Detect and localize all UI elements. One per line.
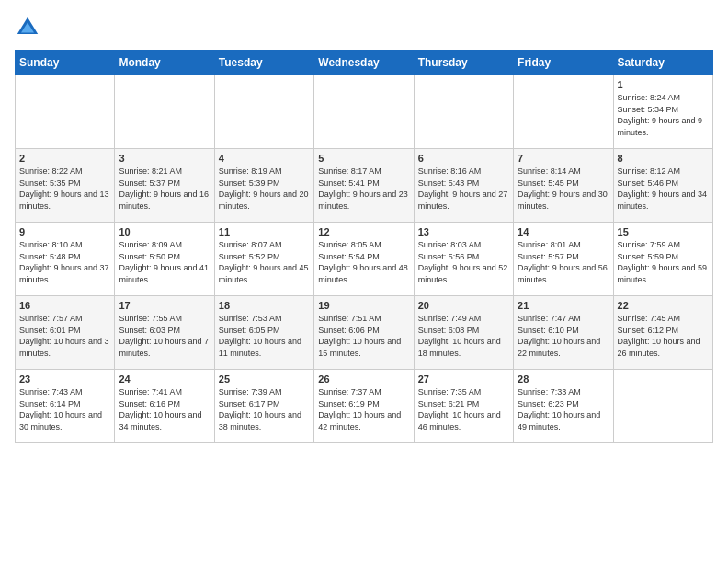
day-number: 16 xyxy=(19,300,110,311)
header-cell-thursday: Thursday xyxy=(414,51,513,75)
header-cell-sunday: Sunday xyxy=(16,51,115,75)
calendar-cell: 3Sunrise: 8:21 AM Sunset: 5:37 PM Daylig… xyxy=(115,149,214,223)
day-info: Sunrise: 7:35 AM Sunset: 6:21 PM Dayligh… xyxy=(418,386,509,432)
day-info: Sunrise: 8:24 AM Sunset: 5:34 PM Dayligh… xyxy=(618,92,709,138)
calendar-cell: 12Sunrise: 8:05 AM Sunset: 5:54 PM Dayli… xyxy=(314,223,414,296)
calendar-cell: 27Sunrise: 7:35 AM Sunset: 6:21 PM Dayli… xyxy=(414,370,513,443)
calendar-cell: 8Sunrise: 8:12 AM Sunset: 5:46 PM Daylig… xyxy=(613,149,712,223)
calendar-cell: 18Sunrise: 7:53 AM Sunset: 6:05 PM Dayli… xyxy=(214,296,313,370)
day-info: Sunrise: 7:59 AM Sunset: 5:59 PM Dayligh… xyxy=(618,239,709,285)
day-number: 22 xyxy=(618,300,709,311)
header-row: SundayMondayTuesdayWednesdayThursdayFrid… xyxy=(16,51,713,75)
calendar-cell: 9Sunrise: 8:10 AM Sunset: 5:48 PM Daylig… xyxy=(16,223,115,296)
header-cell-tuesday: Tuesday xyxy=(214,51,313,75)
calendar-cell: 17Sunrise: 7:55 AM Sunset: 6:03 PM Dayli… xyxy=(115,296,214,370)
calendar-cell: 1Sunrise: 8:24 AM Sunset: 5:34 PM Daylig… xyxy=(613,75,712,149)
calendar-cell xyxy=(16,75,115,149)
day-number: 23 xyxy=(19,373,110,385)
calendar-cell: 10Sunrise: 8:09 AM Sunset: 5:50 PM Dayli… xyxy=(115,223,214,296)
calendar-week-3: 9Sunrise: 8:10 AM Sunset: 5:48 PM Daylig… xyxy=(16,223,713,296)
day-info: Sunrise: 7:33 AM Sunset: 6:23 PM Dayligh… xyxy=(518,386,609,432)
header-cell-friday: Friday xyxy=(514,51,613,75)
day-number: 3 xyxy=(119,153,210,164)
page-header xyxy=(15,15,713,40)
day-info: Sunrise: 7:37 AM Sunset: 6:19 PM Dayligh… xyxy=(318,386,409,432)
day-info: Sunrise: 8:10 AM Sunset: 5:48 PM Dayligh… xyxy=(19,239,110,285)
calendar-cell: 16Sunrise: 7:57 AM Sunset: 6:01 PM Dayli… xyxy=(16,296,115,370)
day-number: 27 xyxy=(418,373,509,385)
calendar-cell: 7Sunrise: 8:14 AM Sunset: 5:45 PM Daylig… xyxy=(514,149,613,223)
day-number: 13 xyxy=(418,226,509,237)
logo-icon xyxy=(15,15,40,40)
day-info: Sunrise: 7:51 AM Sunset: 6:06 PM Dayligh… xyxy=(318,313,409,359)
header-cell-wednesday: Wednesday xyxy=(314,51,414,75)
calendar-cell: 14Sunrise: 8:01 AM Sunset: 5:57 PM Dayli… xyxy=(514,223,613,296)
day-info: Sunrise: 7:41 AM Sunset: 6:16 PM Dayligh… xyxy=(119,386,210,432)
day-info: Sunrise: 7:43 AM Sunset: 6:14 PM Dayligh… xyxy=(19,386,110,432)
day-info: Sunrise: 8:22 AM Sunset: 5:35 PM Dayligh… xyxy=(19,166,110,212)
day-number: 4 xyxy=(219,153,310,164)
day-number: 18 xyxy=(219,300,310,311)
calendar-cell: 21Sunrise: 7:47 AM Sunset: 6:10 PM Dayli… xyxy=(514,296,613,370)
header-cell-saturday: Saturday xyxy=(613,51,712,75)
calendar-body: 1Sunrise: 8:24 AM Sunset: 5:34 PM Daylig… xyxy=(16,75,713,443)
day-number: 10 xyxy=(119,226,210,237)
day-number: 19 xyxy=(318,300,409,311)
logo xyxy=(15,15,44,40)
calendar-cell: 23Sunrise: 7:43 AM Sunset: 6:14 PM Dayli… xyxy=(16,370,115,443)
calendar-table: SundayMondayTuesdayWednesdayThursdayFrid… xyxy=(15,50,713,443)
day-number: 11 xyxy=(219,226,310,237)
day-info: Sunrise: 7:45 AM Sunset: 6:12 PM Dayligh… xyxy=(618,313,709,359)
calendar-cell: 6Sunrise: 8:16 AM Sunset: 5:43 PM Daylig… xyxy=(414,149,513,223)
day-number: 15 xyxy=(618,226,709,237)
day-number: 26 xyxy=(318,373,409,385)
calendar-cell: 2Sunrise: 8:22 AM Sunset: 5:35 PM Daylig… xyxy=(16,149,115,223)
day-info: Sunrise: 7:55 AM Sunset: 6:03 PM Dayligh… xyxy=(119,313,210,359)
day-number: 2 xyxy=(19,153,110,164)
day-info: Sunrise: 7:57 AM Sunset: 6:01 PM Dayligh… xyxy=(19,313,110,359)
calendar-header: SundayMondayTuesdayWednesdayThursdayFrid… xyxy=(16,51,713,75)
calendar-cell: 13Sunrise: 8:03 AM Sunset: 5:56 PM Dayli… xyxy=(414,223,513,296)
calendar-cell xyxy=(214,75,313,149)
day-number: 25 xyxy=(219,373,310,385)
day-info: Sunrise: 7:49 AM Sunset: 6:08 PM Dayligh… xyxy=(418,313,509,359)
calendar-cell xyxy=(514,75,613,149)
day-number: 1 xyxy=(618,79,709,90)
calendar-cell: 28Sunrise: 7:33 AM Sunset: 6:23 PM Dayli… xyxy=(514,370,613,443)
day-number: 20 xyxy=(418,300,509,311)
calendar-cell: 5Sunrise: 8:17 AM Sunset: 5:41 PM Daylig… xyxy=(314,149,414,223)
day-info: Sunrise: 8:07 AM Sunset: 5:52 PM Dayligh… xyxy=(219,239,310,285)
day-info: Sunrise: 8:17 AM Sunset: 5:41 PM Dayligh… xyxy=(318,166,409,212)
day-info: Sunrise: 8:01 AM Sunset: 5:57 PM Dayligh… xyxy=(518,239,609,285)
day-info: Sunrise: 8:19 AM Sunset: 5:39 PM Dayligh… xyxy=(219,166,310,212)
day-number: 14 xyxy=(518,226,609,237)
day-number: 9 xyxy=(19,226,110,237)
day-info: Sunrise: 8:05 AM Sunset: 5:54 PM Dayligh… xyxy=(318,239,409,285)
day-info: Sunrise: 7:47 AM Sunset: 6:10 PM Dayligh… xyxy=(518,313,609,359)
day-number: 28 xyxy=(518,373,609,385)
day-info: Sunrise: 8:16 AM Sunset: 5:43 PM Dayligh… xyxy=(418,166,509,212)
day-number: 17 xyxy=(119,300,210,311)
day-info: Sunrise: 8:12 AM Sunset: 5:46 PM Dayligh… xyxy=(618,166,709,212)
calendar-week-1: 1Sunrise: 8:24 AM Sunset: 5:34 PM Daylig… xyxy=(16,75,713,149)
header-cell-monday: Monday xyxy=(115,51,214,75)
day-info: Sunrise: 8:09 AM Sunset: 5:50 PM Dayligh… xyxy=(119,239,210,285)
day-number: 5 xyxy=(318,153,409,164)
calendar-cell: 22Sunrise: 7:45 AM Sunset: 6:12 PM Dayli… xyxy=(613,296,712,370)
calendar-cell xyxy=(314,75,414,149)
day-number: 7 xyxy=(518,153,609,164)
day-info: Sunrise: 7:53 AM Sunset: 6:05 PM Dayligh… xyxy=(219,313,310,359)
day-number: 8 xyxy=(618,153,709,164)
day-info: Sunrise: 8:03 AM Sunset: 5:56 PM Dayligh… xyxy=(418,239,509,285)
calendar-cell xyxy=(613,370,712,443)
day-number: 12 xyxy=(318,226,409,237)
calendar-cell: 4Sunrise: 8:19 AM Sunset: 5:39 PM Daylig… xyxy=(214,149,313,223)
calendar-cell: 24Sunrise: 7:41 AM Sunset: 6:16 PM Dayli… xyxy=(115,370,214,443)
calendar-cell: 15Sunrise: 7:59 AM Sunset: 5:59 PM Dayli… xyxy=(613,223,712,296)
day-info: Sunrise: 8:21 AM Sunset: 5:37 PM Dayligh… xyxy=(119,166,210,212)
day-number: 24 xyxy=(119,373,210,385)
calendar-cell: 25Sunrise: 7:39 AM Sunset: 6:17 PM Dayli… xyxy=(214,370,313,443)
calendar-cell: 20Sunrise: 7:49 AM Sunset: 6:08 PM Dayli… xyxy=(414,296,513,370)
calendar-cell: 26Sunrise: 7:37 AM Sunset: 6:19 PM Dayli… xyxy=(314,370,414,443)
calendar-week-4: 16Sunrise: 7:57 AM Sunset: 6:01 PM Dayli… xyxy=(16,296,713,370)
